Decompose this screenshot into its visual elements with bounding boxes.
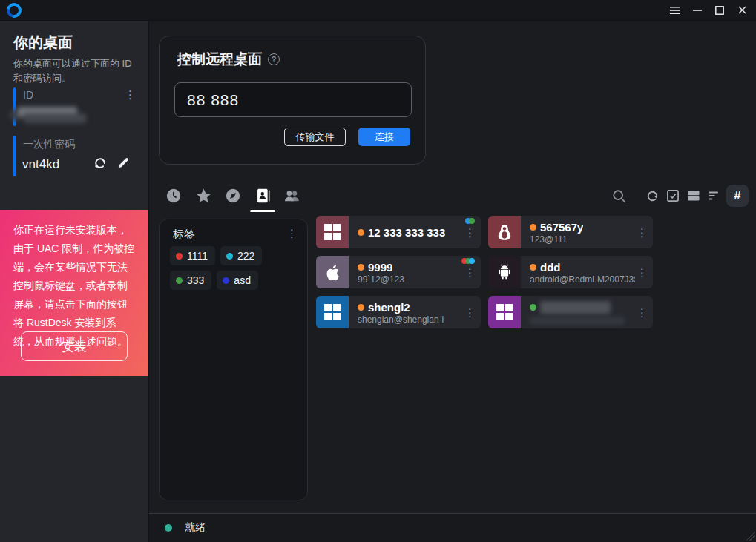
peer-card[interactable]: 12 333 333 333 ⋮ [316,216,481,248]
tab-favorites[interactable] [194,183,212,208]
minimize-icon[interactable] [686,1,709,20]
tag-chip[interactable]: 1111 [170,246,215,265]
tags-panel: 标签 ⋮ 1111 222 333 asd [159,219,308,500]
tab-recent-sessions[interactable] [165,183,183,208]
apple-platform-icon [316,256,349,288]
id-label: ID [23,89,33,101]
linux-platform-icon [488,216,521,248]
rustdesk-window: 你的桌面 你的桌面可以通过下面的 ID 和密码访问。 ID ⋮ 一次性密码 vn… [0,0,756,542]
grid-view-icon[interactable]: # [726,185,749,207]
peer-status-dot [358,264,364,271]
peer-status-dot [530,304,536,311]
peer-name: shengl2 [368,301,410,314]
peer-menu-icon[interactable]: ⋮ [464,227,476,238]
tag-chip[interactable]: asd [217,271,258,290]
peer-status-dot [358,229,364,236]
menu-icon[interactable] [664,1,686,20]
main-area: 控制远程桌面 ? 传输文件 连接 [148,21,756,542]
tag-label: 333 [187,274,204,286]
peer-menu-icon[interactable]: ⋮ [637,307,648,318]
tab-address-book[interactable] [254,183,272,208]
sidebar: 你的桌面 你的桌面可以通过下面的 ID 和密码访问。 ID ⋮ 一次性密码 vn… [0,21,148,542]
edit-password-icon[interactable] [116,156,131,171]
peer-name: 567567y [540,221,583,234]
peer-username: 123@111 [530,234,635,245]
peer-menu-icon[interactable]: ⋮ [637,227,648,238]
close-icon[interactable] [731,1,753,20]
peer-tag-dots [464,258,475,264]
help-icon[interactable]: ? [268,53,280,65]
refresh-icon[interactable] [643,187,661,205]
tags-menu-icon[interactable]: ⋮ [286,228,298,239]
peer-name: 9999 [368,261,392,274]
status-dot [165,524,172,532]
peer-status-dot [530,264,536,271]
tag-label: asd [234,274,251,286]
id-value-redacted [13,105,89,125]
android-platform-icon [488,256,521,288]
install-warning-panel: 你正在运行未安装版本，由于 UAC 限制，作为被控端，会在某些情况下无法控制鼠标… [0,210,148,376]
resize-grip[interactable] [746,532,755,541]
peer-card[interactable]: ⋮ [488,296,653,328]
peer-menu-icon[interactable]: ⋮ [637,267,648,278]
select-checkbox-icon[interactable] [664,187,682,205]
tag-chip[interactable]: 222 [220,246,262,265]
remote-control-card: 控制远程桌面 ? 传输文件 连接 [159,36,426,165]
tag-color-dot [223,277,229,284]
peer-username: 99`12@123 [358,274,463,285]
sort-by-icon[interactable] [706,187,723,205]
tag-chip[interactable]: 333 [170,271,211,290]
peer-menu-icon[interactable]: ⋮ [464,267,476,278]
install-button[interactable]: 安装 [21,331,128,361]
tag-color-dot [176,277,183,284]
password-value: vnt4kd [22,157,59,172]
peer-name-redacted [540,301,611,314]
sidebar-title: 你的桌面 [13,33,73,53]
peer-username: android@Redmi-M2007J3SC [530,274,635,285]
connect-button[interactable]: 连接 [358,128,410,146]
password-accent-bar [13,136,16,176]
refresh-password-icon[interactable] [93,156,108,171]
titlebar [0,0,756,21]
cards-view-icon[interactable] [685,187,703,205]
windows-platform-icon [316,216,349,248]
peer-tabbar: # [149,179,756,212]
id-menu-icon[interactable]: ⋮ [125,89,136,100]
peer-username: shenglan@shenglan-l [358,314,463,325]
tab-discovered[interactable] [224,183,242,208]
transfer-file-button[interactable]: 传输文件 [284,128,346,146]
tags-title: 标签 [173,228,195,242]
sidebar-description: 你的桌面可以通过下面的 ID 和密码访问。 [13,56,138,86]
peer-name: ddd [540,261,561,274]
password-label: 一次性密码 [23,138,75,151]
windows-platform-icon [488,296,521,328]
maximize-icon[interactable] [709,1,731,20]
peer-card[interactable]: 567567y 123@111 ⋮ [488,216,653,248]
search-icon[interactable] [610,187,628,205]
remote-id-input[interactable] [174,82,412,117]
tag-color-dot [176,253,183,260]
peer-card[interactable]: ddd android@Redmi-M2007J3SC ⋮ [488,256,653,288]
peer-card[interactable]: 9999 99`12@123 ⋮ [316,256,481,288]
tag-label: 1111 [187,250,208,262]
tab-group[interactable] [283,183,301,208]
status-bar: 就绪 [149,513,756,542]
peer-grid: 12 333 333 333 ⋮ 567567y 123@111 [316,216,653,328]
rustdesk-logo-icon [4,0,24,20]
remote-control-title: 控制远程桌面 [177,50,262,69]
peer-menu-icon[interactable]: ⋮ [464,307,476,318]
status-label: 就绪 [185,521,206,535]
tag-color-dot [226,253,233,260]
peer-card[interactable]: shengl2 shenglan@shenglan-l ⋮ [316,296,481,328]
peer-username-redacted [530,317,625,325]
peer-name: 12 333 333 333 [368,226,445,239]
peer-status-dot [530,224,536,231]
tag-label: 222 [237,250,254,262]
peer-status-dot [358,304,364,311]
peer-tag-dots [467,218,475,224]
windows-platform-icon [316,296,349,328]
